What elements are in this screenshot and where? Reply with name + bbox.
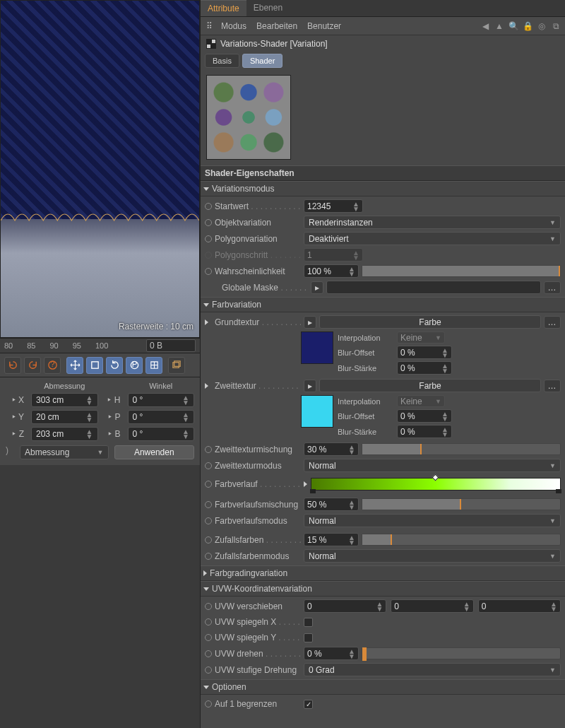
checkbox-uvw-spiegeln-y[interactable] (304, 633, 313, 642)
field-wahrscheinlichkeit[interactable]: 100 %▲▼ (304, 264, 359, 278)
browse-globale-maske[interactable]: … (544, 281, 561, 294)
group-variationsmodus[interactable]: Variationsmodus (201, 181, 565, 196)
anim-dot[interactable] (205, 536, 212, 544)
dropdown-zufallsfarbenmodus[interactable]: Normal▼ (304, 549, 561, 563)
anim-dot[interactable] (205, 235, 212, 242)
tab-attribute[interactable]: Attribute (201, 0, 246, 16)
field-uvw-verschieben-y[interactable]: 0▲▼ (391, 599, 473, 613)
menu-benutzer[interactable]: Benutzer (307, 21, 341, 31)
button-grundtextur-farbe[interactable]: Farbe (319, 315, 541, 329)
anim-dot[interactable] (205, 700, 212, 708)
gradient-stop[interactable] (310, 489, 316, 493)
slider-zweittexturmischung[interactable] (362, 443, 561, 455)
anim-dot[interactable] (205, 481, 212, 488)
tool-grid-icon[interactable] (145, 357, 162, 374)
tool-render-icon[interactable] (168, 357, 185, 374)
swatch-grundtextur[interactable] (301, 331, 333, 364)
tool-locked-icon[interactable]: P (126, 357, 143, 374)
checkbox-auf-1-begrenzen[interactable]: ✓ (304, 700, 313, 709)
shader-preview[interactable] (206, 75, 291, 160)
menu-modus[interactable]: Modus (221, 21, 246, 31)
anim-dot[interactable] (205, 618, 212, 626)
coord-mode-dropdown[interactable]: Abmessung▼ (20, 445, 109, 459)
group-uvw[interactable]: UVW-Koordinatenvariation (201, 581, 565, 597)
tool-scale-icon[interactable] (86, 357, 103, 374)
field-blur-staerke-1[interactable]: 0 %▲▼ (397, 361, 452, 375)
anim-dot[interactable] (205, 634, 212, 641)
slider-farbverlaufsmischung[interactable] (362, 498, 561, 510)
menu-bearbeiten[interactable]: Bearbeiten (256, 21, 297, 31)
button-zweittextur-farbe[interactable]: Farbe (319, 379, 541, 392)
anim-dot[interactable] (205, 650, 212, 657)
tool-rotate-icon[interactable] (106, 357, 123, 374)
gradient-stop[interactable] (556, 489, 561, 493)
anim-dot[interactable] (205, 603, 212, 610)
group-optionen[interactable]: Optionen (201, 679, 565, 695)
timeline-frame-field[interactable]: 0 B (146, 339, 196, 352)
arrow-globale-maske[interactable]: ▸ (311, 281, 323, 294)
tool-undo-icon[interactable] (4, 357, 21, 374)
arrow-zweittextur[interactable]: ▸ (304, 380, 316, 392)
coord-h-label: ‣ H (102, 395, 124, 405)
anim-dot[interactable] (205, 268, 212, 275)
anim-dot[interactable] (205, 203, 212, 210)
coord-y-field[interactable]: 20 cm▲▼ (31, 410, 98, 424)
field-zufallsfarben[interactable]: 15 %▲▼ (304, 533, 359, 546)
tool-help-icon[interactable]: ? (44, 357, 61, 374)
browse-grundtextur[interactable]: … (544, 316, 561, 329)
apply-button[interactable]: Anwenden (114, 445, 195, 459)
viewport-3d[interactable]: Rasterweite : 10 cm (0, 0, 200, 338)
slider-wahrscheinlichkeit[interactable] (362, 265, 561, 277)
nav-up-icon[interactable]: ▲ (494, 21, 504, 31)
field-zweittexturmischung[interactable]: 30 %▲▼ (304, 442, 359, 456)
anim-dot[interactable] (205, 462, 212, 469)
target-icon[interactable]: ◎ (537, 21, 547, 31)
field-uvw-verschieben-x[interactable]: 0▲▼ (304, 599, 386, 613)
field-blur-offset-2[interactable]: 0 %▲▼ (397, 409, 452, 423)
coord-x-field[interactable]: 303 cm▲▼ (31, 393, 98, 407)
field-uvw-verschieben-z[interactable]: 0▲▼ (478, 599, 561, 613)
dropdown-uvw-stufige-drehung[interactable]: 0 Grad▼ (304, 663, 561, 676)
checkbox-uvw-spiegeln-x[interactable] (304, 618, 313, 627)
group-farbvariation[interactable]: Farbvariation (201, 297, 565, 312)
dropdown-zweittexturmodus[interactable]: Normal▼ (304, 459, 561, 472)
anim-dot[interactable] (205, 553, 212, 560)
field-uvw-drehen[interactable]: 0 %▲▼ (304, 647, 359, 660)
group-farbgradingvariation[interactable]: Farbgradingvariation (201, 565, 565, 581)
timeline-ruler[interactable]: 80 85 90 95 100 0 B (0, 338, 200, 353)
field-blur-staerke-2[interactable]: 0 %▲▼ (397, 425, 452, 438)
tool-move-icon[interactable] (66, 357, 83, 374)
dropdown-polygonvariation[interactable]: Deaktiviert▼ (304, 232, 561, 245)
coord-b-field[interactable]: 0 °▲▼ (128, 427, 195, 441)
anim-dot[interactable] (205, 446, 212, 453)
slider-uvw-drehen[interactable] (362, 647, 561, 659)
menu-icon-grid[interactable]: ⠿ (206, 21, 211, 31)
field-blur-offset-1[interactable]: 0 %▲▼ (397, 346, 452, 359)
new-window-icon[interactable]: ⧉ (551, 21, 561, 31)
nav-back-icon[interactable]: ◀ (480, 21, 490, 31)
gradient-stop[interactable] (432, 474, 439, 481)
coord-h-field[interactable]: 0 °▲▼ (128, 393, 195, 407)
coord-z-field[interactable]: 203 cm▲▼ (31, 427, 98, 441)
dropdown-objektvariation[interactable]: Renderinstanzen▼ (304, 216, 561, 229)
subtab-basis[interactable]: Basis (205, 54, 239, 68)
anim-dot[interactable] (205, 219, 212, 226)
gradient-editor[interactable] (311, 478, 561, 491)
tab-ebenen[interactable]: Ebenen (246, 0, 290, 16)
subtab-shader[interactable]: Shader (242, 54, 282, 68)
anim-dot[interactable] (205, 517, 212, 524)
search-icon[interactable]: 🔍 (509, 21, 518, 31)
arrow-grundtextur[interactable]: ▸ (304, 316, 316, 329)
anim-dot[interactable] (205, 667, 212, 674)
lock-icon[interactable]: 🔒 (523, 21, 533, 31)
dropdown-farbverlaufsmodus[interactable]: Normal▼ (304, 514, 561, 527)
browse-zweittextur[interactable]: … (544, 380, 561, 392)
tool-redo-icon[interactable] (24, 357, 41, 374)
field-globale-maske[interactable] (326, 281, 541, 294)
slider-zufallsfarben[interactable] (362, 534, 561, 546)
coord-p-field[interactable]: 0 °▲▼ (128, 410, 195, 424)
swatch-zweittextur[interactable] (301, 395, 333, 428)
anim-dot[interactable] (205, 501, 212, 508)
field-startwert[interactable]: 12345▲▼ (304, 199, 363, 213)
field-farbverlaufsmischung[interactable]: 50 %▲▼ (304, 498, 359, 511)
